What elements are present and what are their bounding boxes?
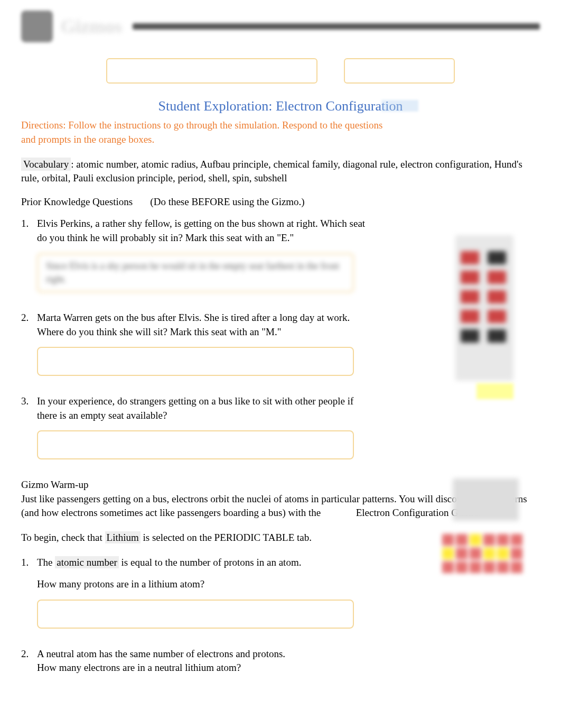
prior-knowledge-label: Prior Knowledge Questions — [21, 196, 133, 207]
orbital-cell — [483, 534, 495, 546]
orbital-cell — [483, 561, 495, 573]
vocabulary-terms: atomic number, atomic radius, Aufbau pri… — [21, 159, 522, 184]
question-number: 2. — [21, 311, 37, 386]
logo-icon — [21, 11, 53, 42]
orbital-cell — [511, 548, 522, 559]
directions-text: Directions: Follow the instructions to g… — [21, 118, 391, 146]
answer-input[interactable] — [37, 347, 354, 376]
name-date-row — [21, 58, 540, 84]
bus-seat — [461, 271, 479, 284]
bus-label — [476, 383, 513, 399]
page-header: Gizmos — [21, 11, 540, 42]
page-title: Student Exploration: Electron Configurat… — [21, 97, 540, 116]
bus-seat — [461, 251, 479, 264]
date-input[interactable] — [344, 58, 455, 84]
bus-seat — [488, 251, 506, 264]
warmup-text-part: To begin, check that — [21, 532, 105, 543]
bus-seat — [461, 310, 479, 323]
question-item: 2. A neutral atom has the same number of… — [21, 647, 540, 675]
question-number: 1. — [21, 556, 37, 639]
question-text-part: The — [37, 557, 55, 568]
orbital-cell — [497, 561, 509, 573]
title-text: Student Exploration: Electron Configurat… — [158, 98, 403, 114]
content-area: 1. Elvis Perkins, a rather shy fellow, i… — [21, 217, 540, 675]
lithium-term: Lithium — [105, 531, 141, 543]
bus-seat — [488, 310, 506, 323]
prior-knowledge-heading: Prior Knowledge Questions (Do these BEFO… — [21, 195, 540, 209]
orbital-cell — [497, 548, 509, 559]
prior-knowledge-note: (Do these BEFORE using the Gizmo.) — [150, 196, 304, 207]
question-text: Elvis Perkins, a rather shy fellow, is g… — [37, 218, 365, 243]
orbital-cell — [470, 534, 481, 546]
subquestion-text: How many electrons are in a neutral lith… — [37, 662, 241, 673]
bus-seat — [488, 290, 506, 303]
bus-seat — [488, 329, 506, 343]
vocabulary-section: Vocabulary: atomic number, atomic radius… — [21, 158, 540, 186]
bus-diagram-image — [455, 235, 513, 381]
vocab-sep: : — [71, 159, 76, 170]
atomic-number-term: atomic number — [55, 556, 119, 568]
orbital-cell — [497, 534, 509, 546]
question-item: 3. In your experience, do strangers gett… — [21, 394, 540, 470]
bus-seat — [461, 329, 479, 343]
warmup-text-part: is selected on the PERIODIC TABLE tab. — [143, 532, 312, 543]
question-number: 1. — [21, 217, 37, 303]
orbital-cell — [442, 561, 454, 573]
subquestion-text: How many protons are in a lithium atom? — [37, 577, 375, 592]
question-text: In your experience, do strangers getting… — [37, 395, 353, 421]
question-text: A neutral atom has the same number of el… — [37, 648, 285, 659]
answer-input[interactable]: Since Elvis is a shy person he would sit… — [37, 253, 354, 292]
answer-input[interactable] — [37, 430, 354, 459]
question-number: 2. — [21, 647, 37, 675]
orbital-diagram-thumbnail — [442, 534, 524, 582]
header-rule — [133, 23, 540, 30]
orbital-cell — [483, 548, 495, 559]
bus-seat — [461, 290, 479, 303]
orbital-cell — [442, 534, 454, 546]
question-number: 3. — [21, 394, 37, 470]
orbital-cell — [456, 561, 467, 573]
orbital-cell — [511, 561, 522, 573]
periodic-table-thumbnail — [453, 478, 519, 521]
question-text-part: is equal to the number of protons in an … — [119, 557, 302, 568]
orbital-cell — [511, 534, 522, 546]
name-input[interactable] — [106, 58, 317, 84]
orbital-cell — [470, 548, 481, 559]
orbital-cell — [456, 548, 467, 559]
warmup-text-gizmo-name: Electron Configuration — [356, 507, 449, 518]
title-highlight-mark — [381, 100, 418, 112]
answer-input[interactable] — [37, 600, 354, 629]
bus-seat — [488, 271, 506, 284]
brand-name: Gizmos — [61, 13, 122, 40]
orbital-cell — [442, 548, 454, 559]
question-text: Marta Warren gets on the bus after Elvis… — [37, 312, 350, 337]
orbital-cell — [456, 534, 467, 546]
vocabulary-label: Vocabulary — [21, 158, 71, 171]
orbital-cell — [470, 561, 481, 573]
